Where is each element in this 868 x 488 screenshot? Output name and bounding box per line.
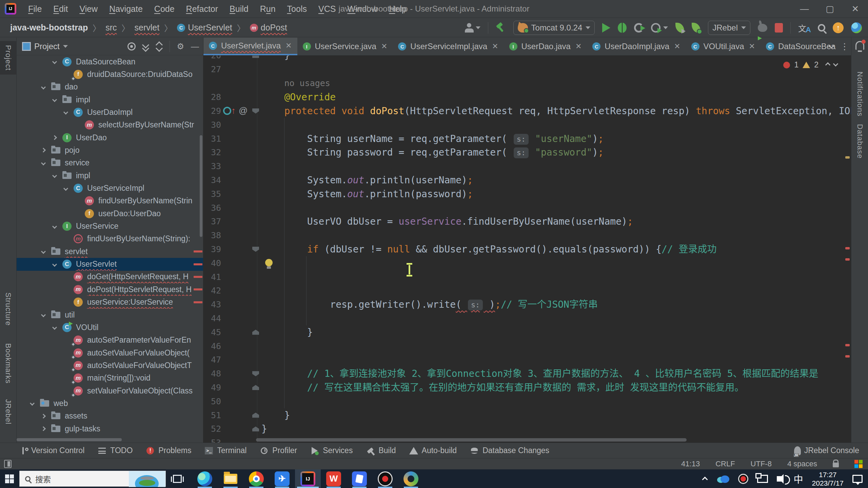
override-method-icon[interactable] (223, 107, 231, 115)
tree-row[interactable]: impl (17, 169, 203, 182)
settings-gear-icon[interactable]: ⚙ (177, 42, 184, 51)
caret-position[interactable]: 41:13 (681, 460, 700, 468)
tree-chevron-icon[interactable] (52, 262, 57, 267)
menu-item-build[interactable]: Build (224, 0, 254, 18)
tree-horizontal-scrollbar[interactable] (17, 438, 122, 441)
stripe-button-bookmarks[interactable]: Bookmarks (0, 339, 16, 388)
stripe-button-project[interactable]: Project (0, 41, 16, 75)
tree-row[interactable]: web (17, 397, 203, 410)
stripe-button-structure[interactable]: Structure (0, 288, 16, 330)
indent-setting[interactable]: 4 spaces (787, 460, 817, 468)
tree-row[interactable]: mdoGet(HttpServletRequest, H (17, 270, 203, 283)
tree-row[interactable]: CVOUtil (17, 321, 203, 334)
tree-vertical-scrollbar[interactable] (200, 135, 202, 237)
stripe-button-database[interactable]: Database (851, 124, 868, 159)
jrebel-debug-button[interactable] (692, 23, 701, 33)
maximize-button[interactable]: ▢ (817, 0, 843, 18)
tree-row[interactable]: servlet (17, 245, 203, 258)
tree-row[interactable]: dao (17, 81, 203, 94)
stop-button[interactable] (775, 23, 783, 33)
taskbar-app-recorder[interactable] (372, 469, 398, 488)
tool-window-button-problems[interactable]: !Problems (146, 446, 191, 455)
editor-tab[interactable]: IUserDao.java✕ (504, 38, 587, 55)
tree-chevron-icon[interactable] (52, 135, 57, 140)
jrebel-console-button[interactable]: JRebel Console (794, 446, 859, 455)
tree-row[interactable]: pojo (17, 144, 203, 157)
tray-expand-icon[interactable] (702, 477, 708, 483)
more-options-icon[interactable]: ⋮ (840, 41, 849, 52)
tree-row[interactable]: CUserServlet (17, 258, 203, 271)
editor-tab[interactable]: CVOUtil.java✕ (686, 38, 761, 55)
tool-window-button-services[interactable]: Services (311, 446, 353, 455)
breadcrumb-item[interactable]: src (105, 23, 117, 33)
tree-chevron-icon[interactable] (52, 325, 57, 330)
tree-chevron-icon[interactable] (41, 249, 46, 254)
tree-row[interactable]: IUserDao (17, 131, 203, 144)
tree-row[interactable]: mselectUserByUserName(Str (17, 119, 203, 131)
menu-item-tools[interactable]: Tools (281, 0, 313, 18)
fold-marker[interactable] (252, 56, 259, 58)
tool-window-button-database-changes[interactable]: Database Changes (470, 446, 549, 455)
action-center-icon[interactable] (852, 475, 863, 483)
line-separator[interactable]: CRLF (715, 460, 735, 468)
menu-item-vcs[interactable]: VCS (313, 0, 341, 18)
translate-icon[interactable] (798, 23, 810, 33)
expand-all-icon[interactable] (142, 43, 149, 50)
tree-row[interactable]: impl (17, 93, 203, 106)
tree-row[interactable]: util (17, 308, 203, 321)
editor-tab[interactable]: CUserServlet.java✕ (203, 38, 297, 55)
update-icon[interactable]: ↑ (833, 22, 844, 33)
close-tab-icon[interactable]: ✕ (381, 42, 387, 51)
tool-window-button-auto-build[interactable]: Auto-build (410, 446, 457, 455)
search-everywhere-icon[interactable] (818, 24, 825, 32)
tree-row[interactable]: gulp-tasks (17, 422, 203, 435)
tool-window-button-version-control[interactable]: Version Control (19, 446, 84, 455)
clock[interactable]: 17:27 2023/7/17 (812, 470, 844, 487)
tree-chevron-icon[interactable] (41, 312, 46, 317)
close-tab-icon[interactable]: ✕ (492, 42, 498, 51)
tree-chevron-icon[interactable] (41, 426, 46, 431)
editor-tab[interactable]: CUserServiceImpl.java✕ (393, 38, 504, 55)
task-view-button[interactable] (168, 469, 186, 488)
recorder-tray-icon[interactable] (738, 474, 748, 484)
tree-chevron-icon[interactable] (52, 224, 57, 228)
tree-row[interactable]: fuserService:UserService (17, 296, 203, 309)
network-icon[interactable] (757, 475, 768, 483)
tree-row[interactable]: service (17, 157, 203, 169)
tool-window-button-build[interactable]: Build (366, 446, 396, 455)
debug-button[interactable] (618, 23, 627, 33)
tree-row[interactable]: fdruidDataSource:DruidDataSo (17, 68, 203, 81)
tool-window-button-todo[interactable]: TODO (98, 446, 133, 455)
tree-chevron-icon[interactable] (52, 173, 57, 178)
ide-globe-icon[interactable] (851, 22, 862, 33)
tree-row[interactable]: mfindUserByUserName(Strin (17, 195, 203, 207)
tree-chevron-icon[interactable] (63, 110, 68, 115)
close-tab-icon[interactable]: ✕ (749, 42, 755, 51)
build-hammer-icon[interactable] (496, 23, 506, 33)
close-tab-icon[interactable]: ✕ (575, 42, 581, 51)
menu-item-refactor[interactable]: Refactor (180, 0, 224, 18)
tree-row[interactable]: assets (17, 410, 203, 423)
hide-panel-icon[interactable]: — (191, 42, 199, 51)
tree-chevron-icon[interactable] (41, 85, 46, 89)
tree-row[interactable]: mautoSetParameterValueForEn (17, 334, 203, 347)
tree-chevron-icon[interactable] (52, 59, 57, 64)
close-tab-icon[interactable]: ✕ (285, 41, 292, 50)
volume-icon[interactable] (777, 476, 782, 482)
editor-tab[interactable]: CUserDaoImpl.java✕ (587, 38, 686, 55)
menu-item-view[interactable]: View (74, 0, 103, 18)
tree-row[interactable]: fuserDao:UserDao (17, 207, 203, 220)
tree-row[interactable]: CUserServiceImpl (17, 182, 203, 195)
locate-file-icon[interactable] (127, 42, 136, 50)
tree-row[interactable]: CDataSourceBean (17, 55, 203, 68)
collapse-all-icon[interactable] (156, 43, 163, 50)
tool-window-button-profiler[interactable]: Profiler (260, 446, 297, 455)
tree-chevron-icon[interactable] (41, 161, 46, 165)
jrebel-select[interactable]: JRebel (708, 21, 750, 35)
run-configuration-select[interactable]: Tomcat 9.0.24 (513, 21, 595, 35)
taskbar-app-edge[interactable] (192, 469, 218, 488)
project-view-dropdown[interactable] (63, 45, 68, 48)
taskbar-app-docs[interactable] (347, 469, 372, 488)
profiler-button[interactable] (651, 23, 668, 33)
taskbar-app-chrome[interactable] (243, 469, 269, 488)
